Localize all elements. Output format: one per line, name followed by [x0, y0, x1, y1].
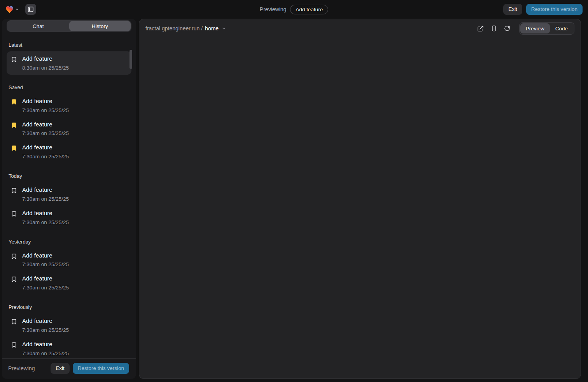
- section-label: Saved: [9, 84, 130, 90]
- history-item-text: Add feature7:30am on 25/25/25: [22, 341, 69, 356]
- history-item[interactable]: Add feature7:30am on 25/25/25: [7, 117, 131, 140]
- main-layout: Chat History LatestAdd feature8:30am on …: [0, 19, 588, 382]
- history-item-text: Add feature7:30am on 25/25/25: [22, 210, 69, 225]
- exit-button[interactable]: Exit: [503, 4, 522, 15]
- tab-history[interactable]: History: [69, 21, 131, 31]
- history-item[interactable]: Add feature7:30am on 25/25/25: [7, 182, 131, 206]
- history-item-text: Add feature7:30am on 25/25/25: [22, 144, 69, 159]
- bookmark-filled-icon: [11, 122, 17, 128]
- previewing-label: Previewing: [260, 6, 286, 12]
- url-host: fractal.gptengineer.run /: [145, 25, 203, 32]
- history-item-text: Add feature7:30am on 25/25/25: [22, 121, 69, 137]
- history-item[interactable]: Add feature7:30am on 25/25/25: [7, 271, 131, 294]
- version-title: Add feature: [22, 55, 69, 63]
- restore-version-button[interactable]: Restore this version: [73, 363, 129, 374]
- lovable-heart-logo-icon: [5, 6, 14, 13]
- version-timestamp: 7:30am on 25/25/25: [22, 327, 69, 333]
- bookmark-outline-icon: [11, 253, 17, 259]
- bookmark-outline-icon: [11, 187, 17, 194]
- version-title: Add feature: [22, 186, 69, 194]
- open-in-new-tab-button[interactable]: [475, 23, 486, 34]
- bookmark-outline-icon: [11, 276, 17, 282]
- history-item-text: Add feature7:30am on 25/25/25: [22, 186, 69, 202]
- mobile-view-icon: [491, 25, 497, 32]
- sidebar-scrollbar-thumb[interactable]: [130, 50, 132, 69]
- chevron-down-icon: [15, 7, 19, 11]
- version-title: Add feature: [22, 252, 69, 259]
- previewing-status: Previewing: [8, 365, 35, 371]
- preview-header-actions: Preview Code: [475, 22, 574, 35]
- history-list: LatestAdd feature8:30am on 25/25/25Saved…: [2, 32, 136, 358]
- version-timestamp: 7:30am on 25/25/25: [22, 130, 69, 136]
- history-item[interactable]: Add feature7:30am on 25/25/25: [7, 248, 131, 272]
- history-item-text: Add feature7:30am on 25/25/25: [22, 317, 69, 333]
- footer-buttons: Exit Restore this version: [51, 363, 129, 374]
- version-badge: Add feature: [290, 5, 328, 14]
- tab-chat[interactable]: Chat: [7, 21, 69, 31]
- version-timestamp: 7:30am on 25/25/25: [22, 285, 69, 291]
- view-mode-toggle: Preview Code: [519, 22, 574, 35]
- sidebar-toggle-button[interactable]: [25, 4, 36, 15]
- sidebar-tab-switcher: Chat History: [7, 20, 131, 32]
- history-item[interactable]: Add feature7:30am on 25/25/25: [7, 314, 131, 337]
- tab-code[interactable]: Code: [550, 23, 573, 33]
- section-label: Latest: [9, 42, 130, 48]
- history-item[interactable]: Add feature7:30am on 25/25/25: [7, 94, 131, 117]
- history-item[interactable]: Add feature7:30am on 25/25/25: [7, 337, 131, 358]
- preview-panel: fractal.gptengineer.run / home: [139, 19, 581, 379]
- version-title: Add feature: [22, 98, 69, 105]
- bookmark-outline-icon: [11, 56, 17, 63]
- open-in-new-tab-icon: [477, 25, 484, 32]
- mobile-view-button[interactable]: [488, 23, 500, 34]
- history-sidebar: Chat History LatestAdd feature8:30am on …: [2, 19, 136, 379]
- tab-preview[interactable]: Preview: [520, 23, 550, 33]
- version-timestamp: 7:30am on 25/25/25: [22, 350, 69, 356]
- section-label: Previously: [9, 304, 130, 310]
- version-title: Add feature: [22, 275, 69, 282]
- version-timestamp: 7:30am on 25/25/25: [22, 219, 69, 225]
- panel-left-icon: [28, 6, 34, 12]
- page-url-selector[interactable]: fractal.gptengineer.run / home: [145, 25, 226, 32]
- bookmark-filled-icon: [11, 99, 17, 105]
- version-title: Add feature: [22, 341, 69, 348]
- version-timestamp: 7:30am on 25/25/25: [22, 154, 69, 159]
- version-timestamp: 8:30am on 25/25/25: [22, 65, 69, 71]
- history-item[interactable]: Add feature7:30am on 25/25/25: [7, 206, 131, 229]
- version-timestamp: 7:30am on 25/25/25: [22, 196, 69, 202]
- version-title: Add feature: [22, 210, 69, 217]
- refresh-button[interactable]: [501, 23, 513, 34]
- version-title: Add feature: [22, 144, 69, 151]
- section-label: Today: [9, 173, 130, 179]
- preview-header: fractal.gptengineer.run / home: [139, 19, 581, 38]
- bookmark-filled-icon: [11, 145, 17, 151]
- history-item-text: Add feature8:30am on 25/25/25: [22, 55, 69, 71]
- url-page: home: [205, 25, 219, 32]
- history-item-text: Add feature7:30am on 25/25/25: [22, 275, 69, 291]
- version-title: Add feature: [22, 121, 69, 128]
- version-timestamp: 7:30am on 25/25/25: [22, 261, 69, 267]
- bookmark-outline-icon: [11, 319, 17, 325]
- refresh-icon: [504, 25, 510, 32]
- version-title: Add feature: [22, 317, 69, 325]
- topbar-right: Exit Restore this version: [503, 4, 583, 15]
- history-item[interactable]: Add feature7:30am on 25/25/25: [7, 140, 131, 163]
- topbar-left: [5, 4, 36, 15]
- workspace-menu[interactable]: [5, 6, 19, 13]
- history-item-text: Add feature7:30am on 25/25/25: [22, 252, 69, 268]
- sidebar-footer: Previewing Exit Restore this version: [2, 358, 136, 379]
- history-item-text: Add feature7:30am on 25/25/25: [22, 98, 69, 113]
- version-timestamp: 7:30am on 25/25/25: [22, 107, 69, 113]
- topbar-center: Previewing Add feature: [260, 5, 328, 14]
- history-item[interactable]: Add feature8:30am on 25/25/25: [7, 51, 131, 75]
- topbar: Previewing Add feature Exit Restore this…: [0, 0, 588, 19]
- chevron-down-icon: [222, 26, 226, 31]
- section-label: Yesterday: [9, 239, 130, 245]
- restore-version-button[interactable]: Restore this version: [526, 4, 583, 15]
- exit-button[interactable]: Exit: [51, 363, 70, 374]
- preview-content: [139, 38, 581, 378]
- bookmark-outline-icon: [11, 211, 17, 217]
- bookmark-outline-icon: [11, 342, 17, 348]
